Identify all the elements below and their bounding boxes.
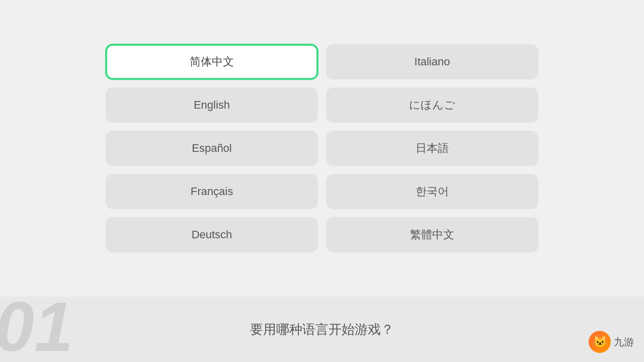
main-area: 简体中文 Italiano English にほんご Español 日本語 F…: [0, 0, 644, 297]
lang-btn-german[interactable]: Deutsch: [106, 217, 318, 252]
lang-btn-french[interactable]: Français: [106, 174, 318, 209]
jiuyou-icon: 🐱: [589, 331, 611, 353]
jiuyou-badge: 🐱 九游: [589, 331, 634, 353]
bottom-question: 要用哪种语言开始游戏？: [250, 321, 394, 338]
lang-btn-simplified-chinese[interactable]: 简体中文: [106, 44, 318, 79]
step-number: 01: [0, 292, 73, 362]
lang-btn-traditional-chinese[interactable]: 繁體中文: [326, 217, 538, 252]
lang-btn-english[interactable]: English: [106, 87, 318, 123]
lang-btn-korean[interactable]: 한국어: [326, 174, 538, 209]
bottom-bar: 01 要用哪种语言开始游戏？ 🐱 九游: [0, 297, 644, 362]
lang-btn-italian[interactable]: Italiano: [326, 44, 538, 79]
jiuyou-text: 九游: [614, 335, 634, 349]
lang-btn-japanese-kanji[interactable]: 日本語: [326, 131, 538, 166]
language-grid: 简体中文 Italiano English にほんご Español 日本語 F…: [106, 44, 538, 252]
lang-btn-japanese-hira[interactable]: にほんご: [326, 87, 538, 123]
lang-btn-spanish[interactable]: Español: [106, 131, 318, 166]
